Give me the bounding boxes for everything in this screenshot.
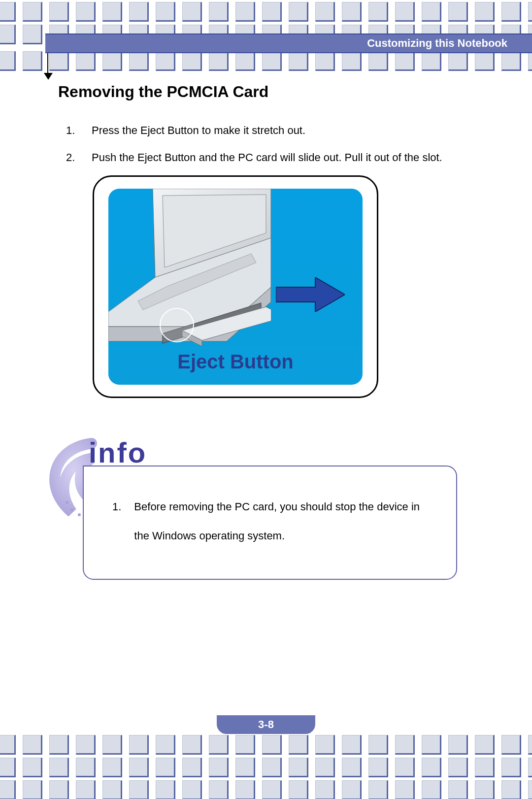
decor-squares-bot-2 (0, 758, 532, 777)
figure-illustration: Eject Button (108, 189, 363, 385)
decor-squares-top-1 (0, 2, 532, 22)
info-label: info (89, 436, 147, 469)
chapter-title: Customizing this Notebook (367, 37, 507, 50)
step-number: 1. (66, 122, 78, 139)
decor-squares-top-3 (0, 51, 532, 71)
section-title: Removing the PCMCIA Card (58, 83, 487, 101)
info-item: 1. Before removing the PC card, you shou… (112, 492, 428, 551)
decor-squares-bot-1 (0, 735, 532, 755)
step-item: 1. Press the Eject Button to make it str… (66, 122, 487, 139)
decor-squares-bot-3 (0, 780, 532, 799)
steps-list: 1. Press the Eject Button to make it str… (66, 122, 487, 166)
info-item-number: 1. (112, 492, 121, 551)
step-item: 2. Push the Eject Button and the PC card… (66, 149, 487, 166)
header-arrow-head-icon (44, 73, 53, 80)
eject-button-callout-circle (160, 308, 194, 342)
laptop-illustration (108, 189, 271, 366)
info-item-text: Before removing the PC card, you should … (134, 492, 428, 551)
chapter-header: Customizing this Notebook (45, 33, 532, 53)
figure-callout-label: Eject Button (108, 351, 363, 373)
content-area: Removing the PCMCIA Card 1. Press the Ej… (58, 83, 487, 176)
svg-point-11 (78, 513, 81, 516)
svg-point-10 (70, 508, 73, 511)
svg-point-9 (66, 501, 68, 504)
page-number: 3-8 (217, 715, 315, 734)
step-text: Push the Eject Button and the PC card wi… (92, 149, 442, 166)
step-text: Press the Eject Button to make it stretc… (92, 122, 305, 139)
svg-marker-8 (276, 277, 345, 312)
info-box: 1. Before removing the PC card, you shou… (83, 466, 457, 580)
arrow-right-icon (276, 277, 345, 312)
figure-frame: Eject Button (93, 175, 378, 398)
step-number: 2. (66, 149, 78, 166)
page-number-text: 3-8 (258, 718, 274, 731)
